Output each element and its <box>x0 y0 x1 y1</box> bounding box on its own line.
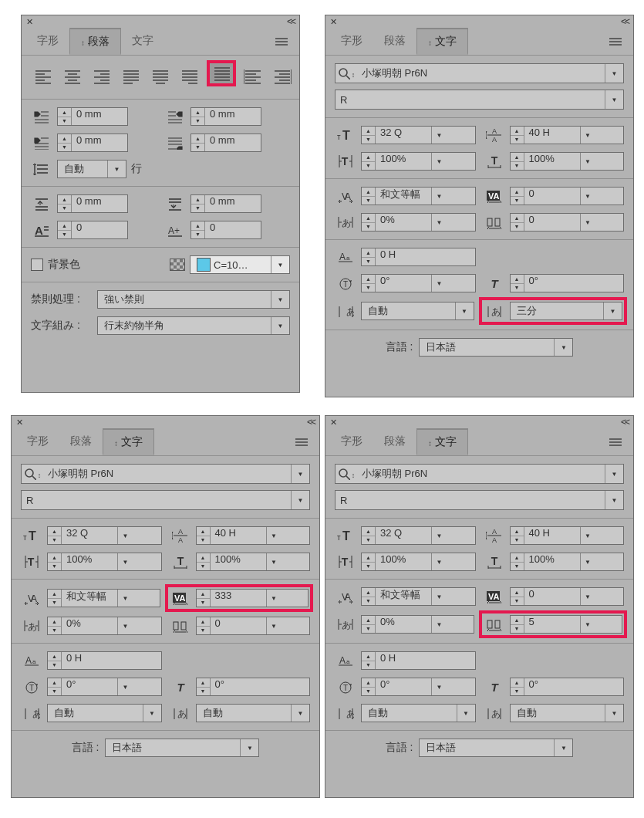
stepper-up-icon[interactable]: ▲ <box>362 275 375 284</box>
kerning-input[interactable]: ▲▼和文等幅▼ <box>361 587 476 606</box>
dropdown-icon[interactable]: ▼ <box>605 465 623 483</box>
font-style-field[interactable]: R▼ <box>21 490 310 510</box>
vertical-scale-input[interactable]: ▲▼100%▼ <box>361 553 476 571</box>
stepper-down-icon[interactable]: ▼ <box>191 231 204 239</box>
stepper-down-icon[interactable]: ▼ <box>191 204 204 213</box>
font-family-field[interactable]: 小塚明朝 Pr6N▼ <box>21 464 310 484</box>
dropdown-icon[interactable]: ▼ <box>605 491 623 509</box>
tab-paragraph[interactable]: 段落 <box>373 28 416 55</box>
justify-right-icon[interactable] <box>180 66 199 86</box>
stepper-up-icon[interactable]: ▲ <box>511 127 524 136</box>
stepper-up-icon[interactable]: ▲ <box>58 108 71 117</box>
baseline-shift-input[interactable]: ▲▼0 H <box>361 248 476 266</box>
vertical-scale-input[interactable]: ▲▼100%▼ <box>361 152 476 171</box>
stepper-down-icon[interactable]: ▼ <box>58 117 71 126</box>
flyout-menu-icon[interactable] <box>602 428 629 455</box>
dropdown-icon[interactable]: ▼ <box>580 153 595 170</box>
collapse-icon[interactable]: << <box>287 16 295 27</box>
tab-paragraph[interactable]: 段落 <box>373 428 416 455</box>
stepper-up-icon[interactable]: ▲ <box>191 195 204 204</box>
align-right-icon[interactable] <box>93 66 111 86</box>
kerning-input[interactable]: ▲▼和文等幅▼ <box>47 589 160 607</box>
stepper-up-icon[interactable]: ▲ <box>511 153 524 162</box>
leading-input[interactable]: ▲▼40 H▼ <box>196 526 311 545</box>
tab-character[interactable]: 文字 <box>103 428 154 455</box>
indent-right-input[interactable]: ▲▼0 mm <box>191 107 261 126</box>
tab-character[interactable]: 文字 <box>416 428 468 455</box>
dropdown-icon[interactable]: ▼ <box>271 256 289 273</box>
stepper-up-icon[interactable]: ▲ <box>511 275 524 284</box>
tab-glyphs[interactable]: 字形 <box>26 28 69 55</box>
last-line-indent-input[interactable]: ▲▼0 mm <box>191 134 261 152</box>
stepper-up-icon[interactable]: ▲ <box>362 248 375 258</box>
font-style-field[interactable]: R ▼ <box>335 90 624 110</box>
align-center-icon[interactable] <box>63 66 82 86</box>
first-line-indent-input[interactable]: ▲▼0 mm <box>57 134 128 152</box>
aki-after-select[interactable]: 三分▼ <box>510 302 623 320</box>
stepper-up-icon[interactable]: ▲ <box>362 127 375 136</box>
justify-all-icon[interactable] <box>210 63 233 83</box>
stepper-up-icon[interactable]: ▲ <box>58 221 71 231</box>
search-icon[interactable] <box>335 465 357 483</box>
dropdown-icon[interactable]: ▼ <box>271 291 289 308</box>
language-select[interactable]: 日本語▼ <box>419 338 573 357</box>
shading-checkbox[interactable] <box>31 259 43 271</box>
font-style-field[interactable]: R▼ <box>335 490 624 510</box>
aki-before-select[interactable]: 自動▼ <box>361 302 474 320</box>
close-icon[interactable]: ✕ <box>330 17 337 27</box>
stepper-down-icon[interactable]: ▼ <box>362 223 375 232</box>
stepper-down-icon[interactable]: ▼ <box>191 117 204 126</box>
search-icon[interactable] <box>22 465 43 483</box>
leading-input[interactable]: ▲▼40 H▼ <box>510 526 625 545</box>
char-rotation-input[interactable]: ▲▼0°▼ <box>361 678 476 696</box>
stepper-down-icon[interactable]: ▼ <box>58 204 71 213</box>
font-family-field[interactable]: 小塚明朝 Pr6N ▼ <box>335 63 624 83</box>
kerning-input[interactable]: ▲▼和文等幅▼ <box>361 187 476 205</box>
aki-before-select[interactable]: 自動▼ <box>361 704 476 722</box>
stepper-down-icon[interactable]: ▼ <box>362 197 375 205</box>
stepper-up-icon[interactable]: ▲ <box>58 195 71 204</box>
collapse-icon[interactable]: << <box>621 417 629 428</box>
justify-center-icon[interactable] <box>151 66 170 86</box>
dropdown-icon[interactable]: ▼ <box>431 214 447 231</box>
dropdown-icon[interactable]: ▼ <box>580 127 595 144</box>
dropdown-icon[interactable]: ▼ <box>605 64 623 83</box>
shading-color-select[interactable]: C=10… ▼ <box>190 255 290 274</box>
stepper-down-icon[interactable]: ▼ <box>362 162 375 171</box>
grid-tracking-input[interactable]: ▲▼5▼ <box>510 615 623 634</box>
stepper-up-icon[interactable]: ▲ <box>511 214 524 223</box>
font-size-input[interactable]: ▲▼32 Q▼ <box>47 526 162 545</box>
stepper-down-icon[interactable]: ▼ <box>511 197 524 205</box>
stepper-down-icon[interactable]: ▼ <box>511 136 524 144</box>
dropdown-icon[interactable]: ▼ <box>431 127 447 144</box>
stepper-up-icon[interactable]: ▲ <box>362 153 375 162</box>
grid-tracking-input[interactable]: ▲▼0▼ <box>196 617 311 635</box>
tab-glyphs[interactable]: 字形 <box>330 428 373 455</box>
leading-input[interactable]: ▲▼40 H▼ <box>510 126 625 144</box>
dropdown-icon[interactable]: ▼ <box>580 188 595 204</box>
char-rotation-input[interactable]: ▲▼0°▼ <box>361 274 476 292</box>
dropdown-icon[interactable]: ▼ <box>455 303 474 319</box>
stepper-down-icon[interactable]: ▼ <box>511 162 524 171</box>
drop-cap-chars-input[interactable]: ▲▼0 <box>191 221 261 239</box>
tab-paragraph[interactable]: 段落 <box>59 428 103 455</box>
space-after-input[interactable]: ▲▼0 mm <box>191 194 261 213</box>
grid-tracking-input[interactable]: ▲▼0▼ <box>510 213 625 232</box>
tab-glyphs[interactable]: 字形 <box>16 428 59 455</box>
dropdown-icon[interactable]: ▼ <box>107 161 126 177</box>
aki-before-select[interactable]: 自動▼ <box>47 704 162 722</box>
stepper-up-icon[interactable]: ▲ <box>191 134 204 144</box>
collapse-icon[interactable]: << <box>307 417 315 428</box>
swatch-check-icon[interactable] <box>170 259 185 271</box>
flyout-menu-icon[interactable] <box>268 28 295 55</box>
align-left-icon[interactable] <box>34 66 52 86</box>
stepper-down-icon[interactable]: ▼ <box>362 284 375 292</box>
stepper-up-icon[interactable]: ▲ <box>511 188 524 197</box>
search-icon[interactable] <box>335 64 357 83</box>
kinsoku-select[interactable]: 強い禁則▼ <box>97 290 290 309</box>
tab-glyphs[interactable]: 字形 <box>330 28 373 55</box>
dropdown-icon[interactable]: ▼ <box>431 275 447 292</box>
dropdown-icon[interactable]: ▼ <box>271 317 289 334</box>
tsume-input[interactable]: ▲▼0%▼ <box>47 617 162 635</box>
flyout-menu-icon[interactable] <box>288 428 315 455</box>
